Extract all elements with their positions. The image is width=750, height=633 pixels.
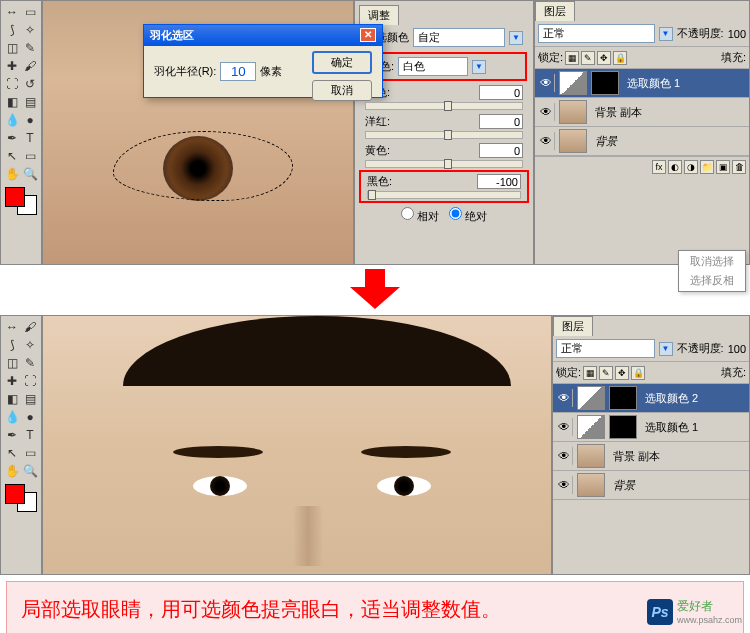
history-tool[interactable]: ↺ [21,75,39,93]
pen-tool[interactable]: ✒ [3,129,21,147]
crop-tool[interactable]: ◫ [3,39,21,57]
fx-icon[interactable]: fx [652,160,666,174]
brush-tool[interactable]: 🖌 [21,318,39,336]
adjust-tab[interactable]: 调整 [359,5,399,25]
chevron-down-icon[interactable]: ▼ [509,31,523,45]
lasso-tool[interactable]: ⟆ [3,336,21,354]
magenta-slider[interactable]: 洋红: [359,112,529,141]
opacity-value[interactable]: 100 [728,343,746,355]
visibility-icon[interactable]: 👁 [555,476,573,494]
yellow-input[interactable] [479,143,523,158]
folder-icon[interactable]: 📁 [700,160,714,174]
black-input[interactable] [477,174,521,189]
cyan-slider[interactable]: 青色: [359,83,529,112]
wand-tool[interactable]: ✧ [21,21,39,39]
blur-tool[interactable]: 💧 [3,408,21,426]
stamp-tool[interactable]: ⛶ [3,75,21,93]
visibility-icon[interactable]: 👁 [537,74,555,92]
chevron-down-icon[interactable]: ▼ [659,342,673,356]
visibility-icon[interactable]: 👁 [555,418,573,436]
marquee-tool[interactable]: ▭ [21,3,39,21]
layers-tab[interactable]: 图层 [535,1,575,21]
visibility-icon[interactable]: 👁 [555,447,573,465]
eyedropper-tool[interactable]: ✎ [21,354,39,372]
black-slider[interactable]: 黑色: [359,170,529,203]
cancel-button[interactable]: 取消 [312,80,372,101]
color-select[interactable]: 白色 [398,57,468,76]
opacity-value[interactable]: 100 [728,28,746,40]
eraser-tool[interactable]: ◧ [3,390,21,408]
yellow-slider[interactable]: 黄色: [359,141,529,170]
lock-all-icon[interactable]: 🔒 [613,51,627,65]
lock-move-icon[interactable]: ✥ [597,51,611,65]
hand-tool[interactable]: ✋ [3,462,21,480]
close-icon[interactable]: ✕ [360,28,376,42]
zoom-tool[interactable]: 🔍 [21,462,39,480]
path-tool[interactable]: ↖ [3,147,21,165]
lock-brush-icon[interactable]: ✎ [581,51,595,65]
layer-row[interactable]: 👁 背景 [535,127,749,156]
radius-input[interactable] [220,62,256,81]
wand-tool[interactable]: ✧ [21,336,39,354]
document-canvas-bottom[interactable] [42,315,552,575]
trash-icon[interactable]: 🗑 [732,160,746,174]
document-canvas-top[interactable]: 羽化选区 ✕ 羽化半径(R): 像素 确定 取消 [42,0,354,265]
move-tool[interactable]: ↔ [3,3,21,21]
heal-tool[interactable]: ✚ [3,57,21,75]
magenta-input[interactable] [479,114,523,129]
select-inverse-item[interactable]: 选择反相 [680,271,744,290]
layer-row[interactable]: 👁 选取颜色 1 [553,413,749,442]
visibility-icon[interactable]: 👁 [537,103,555,121]
dodge-tool[interactable]: ● [21,408,39,426]
relative-radio[interactable]: 相对 [401,207,439,224]
shape-tool[interactable]: ▭ [21,147,39,165]
brush-tool[interactable]: 🖌 [21,57,39,75]
lock-all-icon[interactable]: 🔒 [631,366,645,380]
type-tool[interactable]: T [21,129,39,147]
foreground-color[interactable] [5,187,25,207]
stamp-tool[interactable]: ⛶ [21,372,39,390]
new-layer-icon[interactable]: ▣ [716,160,730,174]
visibility-icon[interactable]: 👁 [555,389,573,407]
layer-row[interactable]: 👁 选取颜色 1 [535,69,749,98]
heal-tool[interactable]: ✚ [3,372,21,390]
color-swatch[interactable] [5,484,37,512]
layers-tab[interactable]: 图层 [553,316,593,336]
blur-tool[interactable]: 💧 [3,111,21,129]
eraser-tool[interactable]: ◧ [3,93,21,111]
path-tool[interactable]: ↖ [3,444,21,462]
pen-tool[interactable]: ✒ [3,426,21,444]
ok-button[interactable]: 确定 [312,51,372,74]
lasso-tool[interactable]: ⟆ [3,21,21,39]
blend-mode-select[interactable]: 正常 [538,24,655,43]
layer-row[interactable]: 👁 背景 [553,471,749,500]
dialog-titlebar[interactable]: 羽化选区 ✕ [144,25,382,46]
dodge-tool[interactable]: ● [21,111,39,129]
lock-transparent-icon[interactable]: ▦ [565,51,579,65]
eyedropper-tool[interactable]: ✎ [21,39,39,57]
absolute-radio[interactable]: 绝对 [449,207,487,224]
color-swatch[interactable] [5,187,37,215]
lock-move-icon[interactable]: ✥ [615,366,629,380]
method-select[interactable]: 自定 [413,28,505,47]
gradient-tool[interactable]: ▤ [21,390,39,408]
zoom-tool[interactable]: 🔍 [21,165,39,183]
hand-tool[interactable]: ✋ [3,165,21,183]
shape-tool[interactable]: ▭ [21,444,39,462]
deselect-item[interactable]: 取消选择 [680,252,744,271]
layer-row[interactable]: 👁 背景 副本 [553,442,749,471]
layer-row[interactable]: 👁 选取颜色 2 [553,384,749,413]
mask-icon[interactable]: ◐ [668,160,682,174]
layer-row[interactable]: 👁 背景 副本 [535,98,749,127]
chevron-down-icon[interactable]: ▼ [659,27,673,41]
crop-tool[interactable]: ◫ [3,354,21,372]
cyan-input[interactable] [479,85,523,100]
blend-mode-select[interactable]: 正常 [556,339,655,358]
adjustment-icon[interactable]: ◑ [684,160,698,174]
lock-brush-icon[interactable]: ✎ [599,366,613,380]
foreground-color[interactable] [5,484,25,504]
visibility-icon[interactable]: 👁 [537,132,555,150]
move-tool[interactable]: ↔ [3,318,21,336]
chevron-down-icon[interactable]: ▼ [472,60,486,74]
lock-transparent-icon[interactable]: ▦ [583,366,597,380]
